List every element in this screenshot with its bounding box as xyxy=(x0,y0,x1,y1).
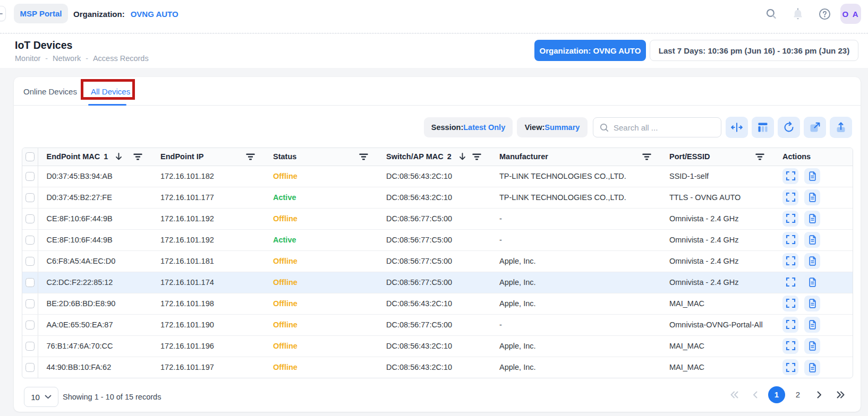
device-details-button[interactable] xyxy=(804,168,820,184)
device-details-button[interactable] xyxy=(804,274,820,290)
expand-row-button[interactable] xyxy=(782,359,798,375)
expand-row-button[interactable] xyxy=(782,296,798,311)
device-details-button[interactable] xyxy=(804,211,820,227)
row-checkbox[interactable] xyxy=(25,236,35,245)
table-toolbar: Session:Latest Only View:Summary xyxy=(14,117,861,138)
tab-online-devices[interactable]: Online Devices xyxy=(23,77,77,106)
table-row[interactable]: D0:37:45:B2:27:FE 172.16.101.177 Active … xyxy=(22,187,853,208)
table-row[interactable]: 76:B1:47:6A:70:CC 172.16.101.196 Offline… xyxy=(22,335,853,357)
sort-desc-icon[interactable] xyxy=(115,152,123,161)
table-row[interactable]: AA:0E:65:50:EA:87 172.16.101.190 Offline… xyxy=(22,314,853,335)
cell-actions xyxy=(774,272,853,293)
cell-actions xyxy=(774,187,853,208)
page-size-select[interactable]: 10 xyxy=(24,387,58,407)
page-button-1[interactable]: 1 xyxy=(768,386,785,403)
breadcrumb-item-access-records[interactable]: Access Records xyxy=(93,54,149,63)
column-header-endpoint-mac: EndPoint MAC 1 xyxy=(38,148,152,166)
expand-row-button[interactable] xyxy=(782,168,798,184)
filter-icon[interactable] xyxy=(359,153,368,160)
row-checkbox[interactable] xyxy=(25,320,35,330)
table-row[interactable]: C2:DC:F2:22:85:12 172.16.101.174 Offline… xyxy=(22,272,853,293)
view-filter-button[interactable]: View:Summary xyxy=(517,117,588,137)
cell-manufacturer: Apple, Inc. xyxy=(491,357,661,378)
cell-actions xyxy=(774,250,853,272)
breadcrumb-separator: - xyxy=(45,54,48,63)
device-details-button[interactable] xyxy=(804,232,820,248)
device-details-button[interactable] xyxy=(804,360,820,376)
cell-status: Active xyxy=(265,229,378,250)
expand-row-button[interactable] xyxy=(782,274,798,290)
breadcrumb-item-monitor[interactable]: Monitor xyxy=(15,54,40,63)
fullscreen-icon xyxy=(786,235,796,245)
first-page-icon[interactable] xyxy=(726,386,743,403)
row-checkbox[interactable] xyxy=(25,299,35,308)
next-page-icon[interactable] xyxy=(811,386,828,403)
table-row[interactable]: 44:90:BB:10:FA:62 172.16.101.197 Offline… xyxy=(22,357,853,378)
expand-row-button[interactable] xyxy=(782,189,798,205)
help-icon[interactable] xyxy=(811,0,838,28)
prev-page-icon[interactable] xyxy=(747,386,764,403)
chevron-down-icon xyxy=(45,395,52,399)
expand-row-button[interactable] xyxy=(782,211,798,227)
table-columns-icon xyxy=(756,121,769,134)
active-tab-indicator xyxy=(88,104,126,106)
page-header: IoT Devices Monitor - Network - Access R… xyxy=(0,34,868,68)
search-all-input[interactable] xyxy=(614,123,714,132)
table-row[interactable]: D0:37:45:B3:94:AB 172.16.101.182 Offline… xyxy=(22,166,853,187)
tab-all-devices[interactable]: All Devices xyxy=(91,77,130,106)
session-label: Session: xyxy=(431,123,463,132)
filter-icon[interactable] xyxy=(472,153,481,160)
refresh-button[interactable] xyxy=(778,117,800,138)
column-header-endpoint-ip: EndPoint IP xyxy=(152,148,265,166)
filter-icon[interactable] xyxy=(246,153,255,160)
filter-icon[interactable] xyxy=(133,153,142,160)
date-range-picker[interactable]: Last 7 Days: 10:36 pm (Jun 16) - 10:36 p… xyxy=(650,40,858,61)
cell-actions xyxy=(774,293,853,314)
breadcrumb-item-network[interactable]: Network xyxy=(53,54,81,63)
expand-row-button[interactable] xyxy=(782,232,798,248)
select-all-checkbox[interactable] xyxy=(25,152,35,161)
avatar[interactable]: O A xyxy=(840,4,861,24)
table-row[interactable]: CE:8F:10:6F:44:9B 172.16.101.192 Offline… xyxy=(22,208,853,229)
search-icon[interactable] xyxy=(758,0,785,28)
row-checkbox[interactable] xyxy=(25,257,35,266)
row-checkbox[interactable] xyxy=(25,278,35,287)
device-details-button[interactable] xyxy=(804,317,820,333)
device-details-button[interactable] xyxy=(804,253,820,269)
sidebar-collapse-button[interactable] xyxy=(0,6,6,21)
device-details-button[interactable] xyxy=(804,338,820,354)
expand-row-button[interactable] xyxy=(782,317,798,333)
msp-portal-button[interactable]: MSP Portal xyxy=(14,4,68,23)
cell-endpoint-mac: D0:37:45:B3:94:AB xyxy=(38,166,152,187)
row-checkbox[interactable] xyxy=(25,363,35,372)
table-row[interactable]: C6:F8:A5:4A:EC:D0 172.16.101.181 Offline… xyxy=(22,250,853,272)
upload-button[interactable] xyxy=(830,117,852,138)
cell-status: Offline xyxy=(265,357,378,378)
organization-filter-button[interactable]: Organization: OVNG AUTO xyxy=(534,40,646,61)
session-filter-button[interactable]: Session:Latest Only xyxy=(424,117,513,137)
filter-icon[interactable] xyxy=(755,153,764,160)
column-picker-button[interactable] xyxy=(752,117,774,138)
cell-status: Offline xyxy=(265,272,378,293)
sort-desc-icon[interactable] xyxy=(458,152,466,161)
expand-row-button[interactable] xyxy=(782,253,798,269)
cell-endpoint-ip: 172.16.101.197 xyxy=(152,357,265,378)
row-checkbox[interactable] xyxy=(25,214,35,223)
table-row[interactable]: BE:2D:6B:BD:E8:90 172.16.101.198 Offline… xyxy=(22,293,853,314)
last-page-icon[interactable] xyxy=(832,386,849,403)
column-resize-button[interactable] xyxy=(726,117,748,138)
device-details-button[interactable] xyxy=(804,189,820,205)
table-row[interactable]: CE:8F:10:6F:44:9B 172.16.101.192 Active … xyxy=(22,229,853,250)
filter-icon[interactable] xyxy=(642,153,651,160)
organization-link[interactable]: OVNG AUTO xyxy=(131,10,178,19)
bell-icon[interactable] xyxy=(785,0,811,28)
row-checkbox[interactable] xyxy=(25,193,35,202)
device-details-button[interactable] xyxy=(804,296,820,311)
cell-status: Offline xyxy=(265,314,378,335)
row-checkbox[interactable] xyxy=(25,172,35,181)
refresh-icon xyxy=(782,121,795,134)
page-button-2[interactable]: 2 xyxy=(789,386,806,403)
row-checkbox[interactable] xyxy=(25,342,35,351)
open-in-new-button[interactable] xyxy=(804,117,826,138)
expand-row-button[interactable] xyxy=(782,338,798,354)
